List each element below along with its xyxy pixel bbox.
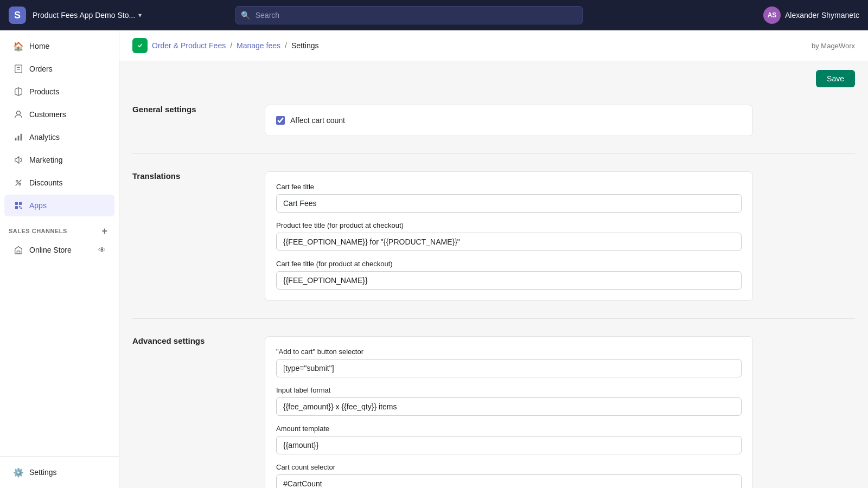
sidebar-item-home[interactable]: 🏠 Home xyxy=(4,35,114,57)
general-settings-title: General settings xyxy=(132,105,252,136)
sidebar-item-analytics[interactable]: Analytics xyxy=(4,126,114,148)
orders-icon xyxy=(13,63,24,74)
marketing-icon xyxy=(13,155,24,165)
general-settings-section: General settings Affect cart count xyxy=(132,87,855,154)
affect-cart-count-row: Affect cart count xyxy=(276,116,742,125)
general-settings-content: Affect cart count xyxy=(265,105,753,136)
cart-fee-title-label: Cart fee title xyxy=(276,183,742,191)
svg-rect-14 xyxy=(21,208,22,209)
breadcrumb-link-manage[interactable]: Manage fees xyxy=(237,41,280,50)
svg-rect-6 xyxy=(18,136,20,140)
affect-cart-count-label: Affect cart count xyxy=(290,116,345,125)
sidebar-item-orders[interactable]: Orders xyxy=(4,58,114,80)
svg-rect-13 xyxy=(15,206,18,209)
cart-fee-title-input[interactable] xyxy=(276,194,742,213)
user-menu[interactable]: AS Alexander Shymanetс xyxy=(763,7,859,24)
product-fee-title-label: Product fee title (for product at checko… xyxy=(276,221,742,229)
discounts-icon xyxy=(13,177,24,188)
amount-template-field: Amount template xyxy=(276,425,742,454)
sidebar-item-label: Orders xyxy=(29,65,53,73)
store-switcher[interactable]: Product Fees App Demo Sto... ▾ xyxy=(33,11,142,20)
cart-count-selector-input[interactable] xyxy=(276,474,742,488)
search-icon: 🔍 xyxy=(241,11,250,20)
shopify-logo: S xyxy=(9,7,26,24)
add-to-cart-selector-label: "Add to cart" button selector xyxy=(276,348,742,356)
sidebar-item-label: Online Store xyxy=(29,246,72,254)
home-icon: 🏠 xyxy=(13,41,24,52)
sidebar-item-online-store[interactable]: Online Store 👁 xyxy=(4,239,114,261)
save-button[interactable]: Save xyxy=(816,70,855,87)
sidebar: 🏠 Home Orders Products Customers Anal xyxy=(0,30,119,488)
analytics-icon xyxy=(13,132,24,143)
sidebar-item-discounts[interactable]: Discounts xyxy=(4,172,114,194)
translations-section: Translations Cart fee title Product fee … xyxy=(132,154,855,319)
user-name: Alexander Shymanetс xyxy=(785,11,859,20)
cart-fee-title-field: Cart fee title xyxy=(276,183,742,213)
svg-rect-15 xyxy=(19,206,21,208)
chevron-down-icon: ▾ xyxy=(138,11,142,19)
sidebar-item-products[interactable]: Products xyxy=(4,81,114,102)
breadcrumb: Order & Product Fees / Manage fees / Set… xyxy=(132,38,319,53)
svg-rect-16 xyxy=(17,251,20,254)
cart-count-selector-label: Cart count selector xyxy=(276,463,742,471)
breadcrumb-current: Settings xyxy=(291,41,319,50)
breadcrumb-separator: / xyxy=(230,41,232,50)
online-store-icon xyxy=(13,245,24,255)
sidebar-item-label: Customers xyxy=(29,110,66,119)
breadcrumb-separator-2: / xyxy=(285,41,287,50)
sidebar-item-label: Home xyxy=(29,42,49,50)
cart-fee-title-checkout-field: Cart fee title (for product at checkout) xyxy=(276,260,742,290)
add-to-cart-selector-field: "Add to cart" button selector xyxy=(276,348,742,377)
sidebar-item-label: Products xyxy=(29,87,59,96)
page-header: Order & Product Fees / Manage fees / Set… xyxy=(119,30,868,61)
input-label-format-label: Input label format xyxy=(276,386,742,394)
sales-channels-section: SALES CHANNELS + xyxy=(0,217,119,239)
toolbar: Save xyxy=(119,61,868,87)
sidebar-item-marketing[interactable]: Marketing xyxy=(4,149,114,171)
store-name: Product Fees App Demo Sto... xyxy=(33,11,135,20)
amount-template-label: Amount template xyxy=(276,425,742,433)
add-sales-channel-button[interactable]: + xyxy=(99,226,110,236)
sidebar-item-settings[interactable]: ⚙️ Settings xyxy=(4,461,114,483)
sidebar-item-label: Discounts xyxy=(29,178,62,187)
sidebar-item-label: Settings xyxy=(29,468,57,477)
sidebar-item-label: Marketing xyxy=(29,156,62,164)
svg-rect-12 xyxy=(19,202,22,205)
layout: 🏠 Home Orders Products Customers Anal xyxy=(0,30,868,488)
svg-point-9 xyxy=(19,183,21,185)
svg-point-8 xyxy=(16,181,18,183)
amount-template-input[interactable] xyxy=(276,436,742,454)
product-fee-title-input[interactable] xyxy=(276,233,742,251)
sidebar-item-label: Analytics xyxy=(29,133,60,142)
svg-point-4 xyxy=(16,111,20,115)
topbar: S Product Fees App Demo Sto... ▾ 🔍 AS Al… xyxy=(0,0,868,30)
cart-fee-title-checkout-label: Cart fee title (for product at checkout) xyxy=(276,260,742,268)
translations-content: Cart fee title Product fee title (for pr… xyxy=(265,171,753,301)
by-text: by MageWorx xyxy=(812,42,855,50)
main-content: Order & Product Fees / Manage fees / Set… xyxy=(119,30,868,488)
sidebar-item-apps[interactable]: Apps xyxy=(4,195,114,216)
cart-fee-title-checkout-input[interactable] xyxy=(276,271,742,290)
add-to-cart-selector-input[interactable] xyxy=(276,359,742,377)
cart-count-selector-field: Cart count selector xyxy=(276,463,742,488)
breadcrumb-link-app[interactable]: Order & Product Fees xyxy=(152,41,226,50)
apps-icon xyxy=(13,200,24,211)
settings-content: General settings Affect cart count Trans… xyxy=(119,87,868,488)
svg-rect-5 xyxy=(15,138,17,140)
advanced-settings-content: "Add to cart" button selector Input labe… xyxy=(265,336,753,488)
search-bar: 🔍 xyxy=(235,6,583,24)
svg-rect-0 xyxy=(15,65,22,73)
input-label-format-input[interactable] xyxy=(276,397,742,416)
translations-title: Translations xyxy=(132,171,252,301)
sidebar-item-label: Apps xyxy=(29,201,47,210)
affect-cart-count-checkbox[interactable] xyxy=(276,116,285,125)
customers-icon xyxy=(13,109,24,120)
search-input[interactable] xyxy=(235,6,583,24)
avatar: AS xyxy=(763,7,781,24)
svg-rect-7 xyxy=(21,134,22,141)
products-icon xyxy=(13,86,24,97)
view-icon[interactable]: 👁 xyxy=(98,246,106,254)
input-label-format-field: Input label format xyxy=(276,386,742,416)
product-fee-title-field: Product fee title (for product at checko… xyxy=(276,221,742,251)
sidebar-item-customers[interactable]: Customers xyxy=(4,104,114,125)
